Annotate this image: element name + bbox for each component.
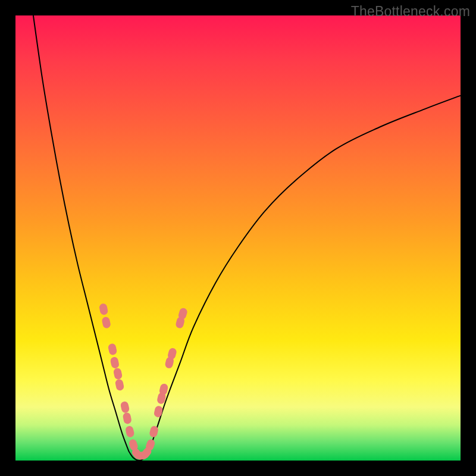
plot-area xyxy=(15,15,461,461)
marker-dot xyxy=(123,412,132,424)
marker-dot xyxy=(108,343,118,355)
marker-dot xyxy=(101,316,111,328)
curve-left-branch xyxy=(33,15,129,452)
marker-dot xyxy=(113,367,123,380)
watermark-label: TheBottleneck.com xyxy=(351,4,470,20)
curve-right-branch xyxy=(149,96,461,452)
marker-group xyxy=(99,303,188,461)
chart-frame: TheBottleneck.com xyxy=(0,0,476,476)
marker-dot xyxy=(125,425,135,438)
marker-dot xyxy=(115,378,125,391)
marker-dot xyxy=(154,405,164,418)
marker-dot xyxy=(99,303,108,315)
chart-svg xyxy=(15,15,461,461)
marker-dot xyxy=(120,401,130,414)
marker-dot xyxy=(109,356,120,369)
